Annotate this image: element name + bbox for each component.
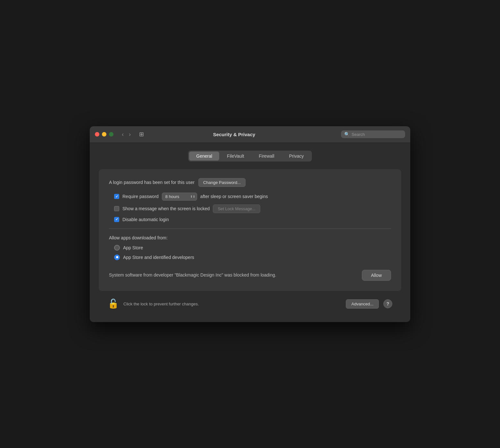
- tab-privacy[interactable]: Privacy: [282, 152, 311, 161]
- set-lock-message-button[interactable]: Set Lock Message...: [213, 204, 260, 213]
- tabs: General FileVault Firewall Privacy: [188, 151, 312, 162]
- downloads-section: Allow apps downloaded from: App Store Ap…: [109, 235, 391, 260]
- search-input[interactable]: [352, 132, 402, 137]
- password-interval-select[interactable]: immediately 5 seconds 1 minute 5 minutes…: [162, 193, 197, 201]
- app-store-radio[interactable]: [114, 245, 120, 251]
- app-store-developers-radio[interactable]: [114, 254, 120, 260]
- password-interval-select-container: immediately 5 seconds 1 minute 5 minutes…: [162, 193, 197, 201]
- show-message-label: Show a message when the screen is locked: [122, 206, 210, 211]
- window-title: Security & Privacy: [131, 132, 337, 137]
- change-password-button[interactable]: Change Password...: [198, 178, 246, 187]
- require-password-label: Require password: [122, 194, 159, 199]
- password-section: A login password has been set for this u…: [109, 178, 391, 222]
- disable-login-label: Disable automatic login: [122, 217, 169, 222]
- blocked-section: System software from developer "Blackmag…: [109, 266, 391, 282]
- show-message-row: Show a message when the screen is locked…: [109, 204, 391, 213]
- divider: [109, 228, 391, 229]
- tabs-container: General FileVault Firewall Privacy: [99, 151, 401, 162]
- show-message-checkbox[interactable]: [114, 206, 119, 211]
- tab-filevault[interactable]: FileVault: [220, 152, 251, 161]
- require-password-row: Require password immediately 5 seconds 1…: [109, 193, 391, 201]
- downloads-label: Allow apps downloaded from:: [109, 235, 391, 240]
- help-button[interactable]: ?: [383, 299, 392, 308]
- allow-button[interactable]: Allow: [362, 270, 391, 281]
- password-text: A login password has been set for this u…: [109, 180, 195, 185]
- lock-text: Click the lock to prevent further change…: [123, 302, 341, 306]
- advanced-button[interactable]: Advanced...: [346, 299, 379, 309]
- traffic-lights: [95, 132, 113, 137]
- app-store-label: App Store: [123, 245, 143, 250]
- app-store-developers-radio-row: App Store and identified developers: [109, 254, 391, 260]
- disable-login-row: Disable automatic login: [109, 217, 391, 222]
- main-content: General FileVault Firewall Privacy A log…: [90, 143, 410, 322]
- blocked-text: System software from developer "Blackmag…: [109, 272, 276, 278]
- require-password-checkbox[interactable]: [114, 194, 119, 199]
- close-button[interactable]: [95, 132, 99, 137]
- search-box[interactable]: 🔍: [341, 130, 405, 138]
- maximize-button[interactable]: [109, 132, 113, 137]
- nav-buttons: ‹ ›: [120, 131, 133, 138]
- tab-general[interactable]: General: [189, 152, 219, 161]
- titlebar: ‹ › ⊞ Security & Privacy 🔍: [90, 126, 410, 143]
- nav-back-button[interactable]: ‹: [120, 131, 126, 138]
- minimize-button[interactable]: [102, 132, 106, 137]
- lock-icon[interactable]: 🔓: [108, 299, 119, 308]
- general-panel: A login password has been set for this u…: [99, 169, 401, 291]
- password-row: A login password has been set for this u…: [109, 178, 391, 187]
- main-window: ‹ › ⊞ Security & Privacy 🔍 General FileV…: [90, 126, 410, 322]
- app-store-radio-row: App Store: [109, 245, 391, 251]
- app-store-developers-label: App Store and identified developers: [123, 255, 194, 260]
- footer: 🔓 Click the lock to prevent further chan…: [99, 295, 401, 313]
- search-icon: 🔍: [344, 132, 350, 137]
- require-password-suffix: after sleep or screen saver begins: [200, 194, 268, 199]
- tab-firewall[interactable]: Firewall: [252, 152, 281, 161]
- disable-login-checkbox[interactable]: [114, 217, 119, 222]
